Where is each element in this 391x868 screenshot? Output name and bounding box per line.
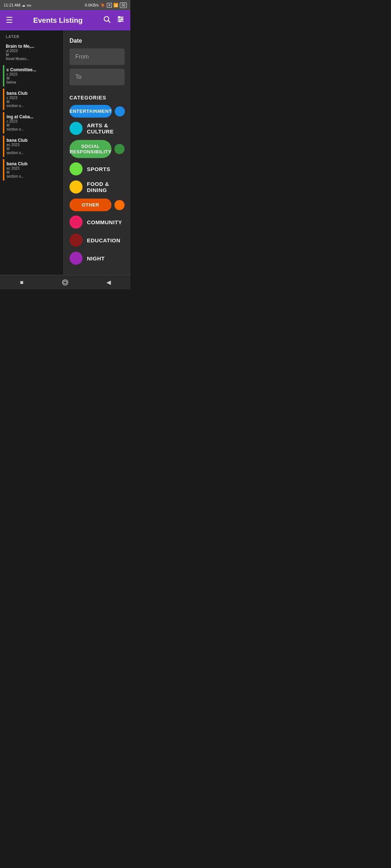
entertainment-dot <box>115 106 125 116</box>
date-section-label: Date <box>70 38 125 44</box>
event-date: ec 2023 <box>7 143 60 147</box>
to-date-input[interactable] <box>70 69 125 85</box>
event-date: c 2023 <box>7 119 60 123</box>
list-item[interactable]: ing at Caba... c 2023 M section o... <box>3 112 63 133</box>
status-mute-icon: 🔕 <box>100 3 105 8</box>
community-dot <box>70 216 83 229</box>
event-suffix: M <box>7 123 60 127</box>
event-title: bana Club <box>7 161 60 166</box>
event-date: c 2023 <box>7 72 60 76</box>
section-label: LATER <box>3 33 63 40</box>
event-location: section o... <box>7 127 60 131</box>
from-date-input[interactable] <box>70 48 125 65</box>
status-right: 0.0KB/s 🔕 ✕ 📶 36 <box>85 3 127 8</box>
svg-point-6 <box>121 18 123 20</box>
toolbar: ☰ Events Listing <box>0 10 130 30</box>
status-battery-icon: 36 <box>120 3 127 8</box>
event-suffix: M <box>7 170 60 174</box>
event-location: tional Museu... <box>6 57 60 61</box>
event-title: ing at Caba... <box>7 114 60 119</box>
search-icon <box>103 15 111 23</box>
status-left: 11:21 AM ☁ ᴅʜ <box>4 3 31 7</box>
svg-point-8 <box>63 280 68 285</box>
status-extra-icon: ᴅʜ <box>27 3 31 7</box>
event-date: ul 2023 <box>6 49 60 53</box>
nav-back-button[interactable]: ◀ <box>101 275 116 290</box>
sports-dot <box>70 162 83 175</box>
community-label: COMMUNITY <box>87 219 122 225</box>
event-location: below <box>7 80 60 84</box>
search-button[interactable] <box>103 15 111 25</box>
nav-square-button[interactable]: ■ <box>14 275 29 290</box>
list-item[interactable]: bana Club c 2023 M section o... <box>3 89 63 110</box>
triangle-icon: ◀ <box>106 279 111 286</box>
night-dot <box>70 252 83 265</box>
other-dot <box>114 200 125 210</box>
education-label: EDUCATION <box>87 237 121 243</box>
svg-point-7 <box>119 21 121 22</box>
social-responsibility-dot <box>114 144 125 154</box>
status-network: 0.0KB/s <box>85 3 99 7</box>
other-pill: OTHER <box>70 199 112 211</box>
arts-culture-label: ARTS & CULTURE <box>87 122 125 135</box>
svg-line-1 <box>108 21 110 22</box>
event-suffix: M <box>6 53 60 57</box>
food-dining-dot <box>70 180 83 193</box>
event-suffix: M <box>7 100 60 104</box>
svg-point-5 <box>118 17 120 18</box>
event-list-panel: LATER Brain to Me,... ul 2023 M tional M… <box>0 30 63 275</box>
category-night[interactable]: NIGHT <box>70 252 125 265</box>
filter-drawer: Date CATEGORIES ENTERTAINMENT ARTS & CUL… <box>63 30 130 275</box>
social-responsibility-pill: SOCIAL RESPONSIBILITY <box>70 140 112 158</box>
category-sports[interactable]: SPORTS <box>70 162 125 175</box>
event-title: c Committee... <box>7 67 60 72</box>
bottom-nav: ■ ◀ <box>0 275 130 289</box>
sports-label: SPORTS <box>87 166 110 172</box>
night-label: NIGHT <box>87 255 105 261</box>
event-location: section o... <box>7 104 60 108</box>
event-suffix: M <box>7 147 60 151</box>
event-date: ec 2023 <box>7 166 60 170</box>
arts-culture-dot <box>70 122 83 135</box>
svg-point-9 <box>64 281 67 284</box>
entertainment-pill: ENTERTAINMENT <box>70 105 112 118</box>
circle-icon <box>62 279 69 286</box>
filter-icon <box>117 15 125 23</box>
category-food-dining[interactable]: FOOD & DINING <box>70 180 125 193</box>
event-title: bana Club <box>7 138 60 143</box>
category-other[interactable]: OTHER <box>70 199 125 211</box>
event-date: c 2023 <box>7 96 60 100</box>
status-bar: 11:21 AM ☁ ᴅʜ 0.0KB/s 🔕 ✕ 📶 36 <box>0 0 130 10</box>
filter-button[interactable] <box>117 15 125 25</box>
category-social-responsibility[interactable]: SOCIAL RESPONSIBILITY <box>70 140 125 158</box>
main-content: LATER Brain to Me,... ul 2023 M tional M… <box>0 30 130 275</box>
category-arts-culture[interactable]: ARTS & CULTURE <box>70 122 125 135</box>
toolbar-icons <box>103 15 125 25</box>
category-entertainment[interactable]: ENTERTAINMENT <box>70 105 125 118</box>
food-dining-label: FOOD & DINING <box>87 181 125 193</box>
status-wifi-icon: 📶 <box>113 3 118 8</box>
status-cloud-icon: ☁ <box>22 3 25 7</box>
event-location: section o... <box>7 151 60 155</box>
nav-home-button[interactable] <box>58 275 72 290</box>
categories-label: CATEGORIES <box>70 95 125 101</box>
list-item[interactable]: bana Club ec 2023 M section o... <box>3 136 63 157</box>
status-time: 11:21 AM <box>4 3 20 7</box>
event-location: section o... <box>7 174 60 178</box>
event-title: bana Club <box>7 91 60 96</box>
category-community[interactable]: COMMUNITY <box>70 216 125 229</box>
list-item[interactable]: bana Club ec 2023 M section o... <box>3 159 63 180</box>
event-suffix: M <box>7 76 60 80</box>
menu-button[interactable]: ☰ <box>6 16 13 25</box>
page-title: Events Listing <box>33 16 83 25</box>
status-x-icon: ✕ <box>107 3 112 8</box>
list-item[interactable]: c Committee... c 2023 M below <box>3 65 63 86</box>
square-icon: ■ <box>20 279 24 286</box>
event-title: Brain to Me,... <box>6 44 60 49</box>
category-education[interactable]: EDUCATION <box>70 234 125 247</box>
list-item[interactable]: Brain to Me,... ul 2023 M tional Museu..… <box>3 42 63 63</box>
education-dot <box>70 234 83 247</box>
